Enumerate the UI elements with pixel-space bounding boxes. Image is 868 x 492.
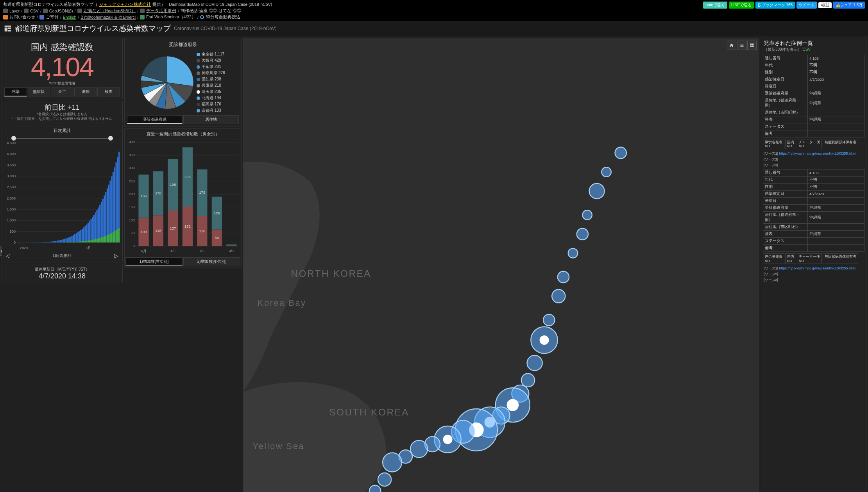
source-link[interactable]: https://ryukyushimpo.jp/news/entry-11032… — [779, 266, 856, 270]
svg-text:250: 250 — [129, 179, 135, 183]
link-esri[interactable]: Esri Web Seminar（4/22） — [146, 14, 196, 20]
bigstat-tab-0[interactable]: 感染 — [4, 87, 27, 96]
svg-rect-112 — [82, 229, 83, 242]
bigstat-tab-4[interactable]: 検査 — [97, 87, 120, 96]
svg-text:137: 137 — [170, 226, 176, 230]
svg-rect-215 — [741, 44, 744, 45]
svg-point-254 — [410, 440, 428, 458]
faq-icon — [77, 9, 82, 13]
share-line-button[interactable]: LINEで送る — [729, 2, 754, 9]
svg-rect-68 — [49, 242, 50, 242]
svg-rect-74 — [54, 241, 55, 242]
svg-rect-209 — [226, 244, 236, 246]
bigstat-tab-1[interactable]: 無症状 — [28, 87, 50, 96]
svg-rect-100 — [73, 235, 74, 242]
svg-text:198: 198 — [170, 182, 176, 187]
slider-handle-end[interactable] — [108, 136, 113, 141]
stacked-tab-0[interactable]: 1)増加数[男女別] — [125, 257, 183, 266]
svg-text:152: 152 — [184, 224, 191, 228]
svg-rect-217 — [741, 45, 744, 46]
svg-rect-131 — [95, 239, 96, 242]
link-english[interactable]: English — [63, 15, 76, 20]
svg-rect-161 — [117, 229, 118, 242]
svg-text:50: 50 — [131, 231, 135, 235]
svg-text:4/5: 4/5 — [200, 249, 204, 253]
source-link[interactable]: https://ryukyushimpo.jp/news/entry-11032… — [779, 152, 856, 155]
pie-tab-1[interactable]: 居住地 — [183, 115, 239, 124]
usecase-icon — [140, 9, 145, 13]
svg-rect-159 — [115, 230, 116, 242]
stacked-tab-1[interactable]: 2)増加数[年代別] — [183, 257, 240, 266]
pager-next[interactable]: ▷ — [114, 253, 118, 259]
pie-chart-title: 受診都道府県 — [126, 41, 240, 48]
link-by[interactable]: BY:@oohamazaki & @aimerci — [81, 15, 136, 20]
updated-label: 最終更新日（M/D/YYYY, JST） — [4, 267, 120, 272]
bigstat-tab-3[interactable]: 退院 — [74, 87, 97, 96]
svg-rect-66 — [48, 242, 49, 242]
link-faq[interactable]: 定義など（Readme&FAQ） — [84, 8, 136, 14]
svg-rect-127 — [92, 240, 93, 242]
svg-text:100: 100 — [129, 218, 135, 222]
daily-diff-note2: *「陽性判明日」を参照しており公表日や報道日ではありません — [4, 117, 121, 121]
svg-rect-129 — [93, 239, 95, 242]
svg-rect-84 — [61, 240, 62, 242]
svg-rect-148 — [108, 185, 109, 242]
svg-rect-126 — [92, 217, 93, 242]
svg-rect-120 — [88, 223, 89, 242]
svg-rect-103 — [74, 242, 75, 242]
svg-rect-163 — [118, 228, 120, 242]
svg-rect-107 — [77, 242, 78, 242]
map-canvas[interactable]: NORTH KOREA SOUTH KOREA Korea Bay Yellow… — [243, 38, 759, 492]
link-geojson[interactable]: GeoJSON(β) — [49, 9, 73, 13]
svg-rect-221 — [752, 44, 754, 45]
svg-text:SOUTH KOREA: SOUTH KOREA — [329, 407, 409, 417]
cases-sub: （最新300件を表示） — [764, 47, 802, 52]
svg-rect-3 — [8, 30, 11, 31]
svg-text:126: 126 — [214, 211, 220, 215]
svg-rect-105 — [76, 242, 77, 242]
pie-tab-0[interactable]: 受診都道府県 — [127, 115, 183, 124]
svg-rect-80 — [58, 241, 59, 242]
link-contact[interactable]: お問い合わせ — [9, 14, 35, 20]
share-twitter-button[interactable]: ツイート — [796, 2, 817, 9]
svg-rect-144 — [105, 192, 106, 242]
map-basemap-button[interactable] — [747, 41, 757, 50]
svg-rect-152 — [111, 176, 112, 242]
slider-handle-start[interactable] — [11, 136, 16, 141]
svg-rect-91 — [65, 242, 66, 242]
svg-rect-82 — [59, 240, 61, 242]
svg-rect-133 — [96, 239, 97, 242]
link-donate[interactable]: ご寄付 — [46, 14, 59, 20]
svg-rect-1 — [5, 28, 8, 32]
pager-prev[interactable]: ◁ — [6, 253, 10, 259]
svg-text:170: 170 — [155, 191, 161, 195]
svg-rect-94 — [68, 237, 70, 242]
pager-label: 1)日次累計 — [53, 253, 72, 258]
map-legend-button[interactable] — [737, 41, 746, 50]
link-csv[interactable]: CSV — [30, 9, 39, 13]
svg-text:NORTH KOREA: NORTH KOREA — [291, 268, 371, 279]
svg-rect-101 — [73, 242, 74, 242]
svg-rect-117 — [84, 241, 86, 242]
svg-text:4,000: 4,000 — [7, 152, 16, 156]
cases-csv-link[interactable]: CSV — [802, 47, 811, 52]
svg-rect-216 — [740, 45, 741, 46]
svg-text:116: 116 — [199, 229, 206, 233]
link-usecase[interactable]: データ活用事例 — [146, 8, 176, 14]
svg-rect-137 — [99, 238, 100, 242]
bigstat-tab-2[interactable]: 死亡 — [51, 87, 73, 96]
share-facebook-button[interactable]: 👍 シェア 1.6万 — [833, 2, 865, 9]
map-home-button[interactable] — [727, 41, 736, 50]
cumulative-chart: 05001,0001,5002,0002,5003,0003,5004,0004… — [4, 141, 121, 251]
svg-point-256 — [383, 453, 402, 472]
share-hatena-button[interactable]: B! ブックマーク 165 — [755, 2, 795, 9]
svg-rect-135 — [98, 238, 99, 242]
svg-rect-147 — [107, 235, 108, 242]
svg-text:64: 64 — [215, 235, 219, 240]
link-layer[interactable]: Layer — [9, 9, 20, 13]
header-company-link[interactable]: ジャッグジャパン株式会社 — [99, 2, 151, 7]
svg-rect-154 — [113, 172, 114, 242]
contact-icon — [3, 15, 8, 20]
share-note-button[interactable]: noteで書く — [703, 2, 727, 9]
svg-rect-128 — [93, 215, 95, 242]
